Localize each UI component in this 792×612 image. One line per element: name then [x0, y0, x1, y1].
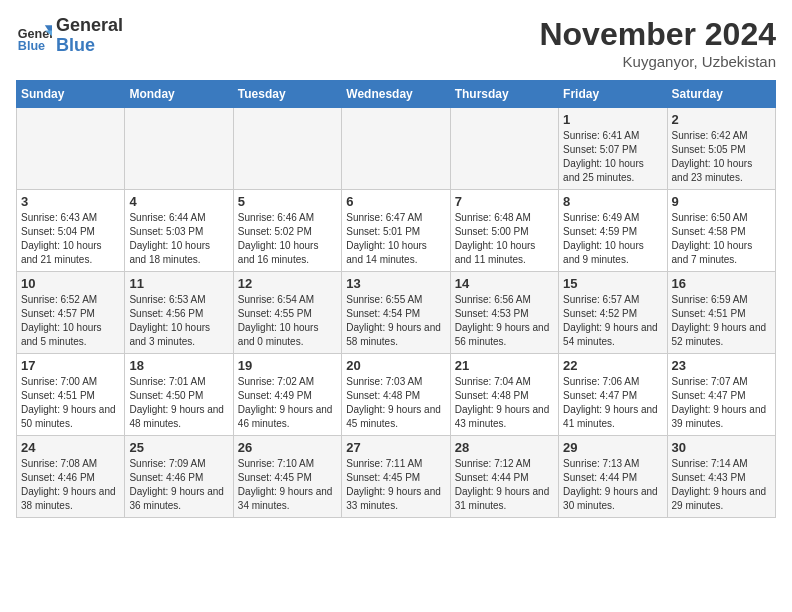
day-number: 5	[238, 194, 337, 209]
calendar-day-cell: 21Sunrise: 7:04 AM Sunset: 4:48 PM Dayli…	[450, 354, 558, 436]
calendar-day-cell: 29Sunrise: 7:13 AM Sunset: 4:44 PM Dayli…	[559, 436, 667, 518]
day-info: Sunrise: 7:08 AM Sunset: 4:46 PM Dayligh…	[21, 457, 120, 513]
day-info: Sunrise: 6:49 AM Sunset: 4:59 PM Dayligh…	[563, 211, 662, 267]
day-number: 1	[563, 112, 662, 127]
day-number: 22	[563, 358, 662, 373]
day-number: 24	[21, 440, 120, 455]
day-info: Sunrise: 7:14 AM Sunset: 4:43 PM Dayligh…	[672, 457, 771, 513]
day-info: Sunrise: 6:55 AM Sunset: 4:54 PM Dayligh…	[346, 293, 445, 349]
day-info: Sunrise: 7:11 AM Sunset: 4:45 PM Dayligh…	[346, 457, 445, 513]
day-number: 7	[455, 194, 554, 209]
day-number: 26	[238, 440, 337, 455]
day-number: 9	[672, 194, 771, 209]
day-info: Sunrise: 6:44 AM Sunset: 5:03 PM Dayligh…	[129, 211, 228, 267]
calendar-day-cell: 6Sunrise: 6:47 AM Sunset: 5:01 PM Daylig…	[342, 190, 450, 272]
calendar-day-cell: 11Sunrise: 6:53 AM Sunset: 4:56 PM Dayli…	[125, 272, 233, 354]
location: Kuyganyor, Uzbekistan	[539, 53, 776, 70]
day-info: Sunrise: 7:09 AM Sunset: 4:46 PM Dayligh…	[129, 457, 228, 513]
logo-blue: Blue	[56, 36, 123, 56]
day-info: Sunrise: 7:00 AM Sunset: 4:51 PM Dayligh…	[21, 375, 120, 431]
calendar-day-cell	[233, 108, 341, 190]
svg-text:Blue: Blue	[18, 39, 45, 53]
calendar-table: SundayMondayTuesdayWednesdayThursdayFrid…	[16, 80, 776, 518]
day-info: Sunrise: 7:06 AM Sunset: 4:47 PM Dayligh…	[563, 375, 662, 431]
day-info: Sunrise: 6:52 AM Sunset: 4:57 PM Dayligh…	[21, 293, 120, 349]
day-info: Sunrise: 6:47 AM Sunset: 5:01 PM Dayligh…	[346, 211, 445, 267]
calendar-header: General Blue General Blue November 2024 …	[16, 16, 776, 70]
calendar-day-cell	[342, 108, 450, 190]
logo-general: General	[56, 16, 123, 36]
weekday-header: Thursday	[450, 81, 558, 108]
calendar-day-cell: 23Sunrise: 7:07 AM Sunset: 4:47 PM Dayli…	[667, 354, 775, 436]
calendar-body: 1Sunrise: 6:41 AM Sunset: 5:07 PM Daylig…	[17, 108, 776, 518]
calendar-container: General Blue General Blue November 2024 …	[0, 0, 792, 528]
day-number: 20	[346, 358, 445, 373]
day-number: 2	[672, 112, 771, 127]
calendar-day-cell: 2Sunrise: 6:42 AM Sunset: 5:05 PM Daylig…	[667, 108, 775, 190]
day-number: 19	[238, 358, 337, 373]
calendar-day-cell: 1Sunrise: 6:41 AM Sunset: 5:07 PM Daylig…	[559, 108, 667, 190]
day-info: Sunrise: 6:42 AM Sunset: 5:05 PM Dayligh…	[672, 129, 771, 185]
day-info: Sunrise: 6:54 AM Sunset: 4:55 PM Dayligh…	[238, 293, 337, 349]
day-number: 28	[455, 440, 554, 455]
day-info: Sunrise: 7:12 AM Sunset: 4:44 PM Dayligh…	[455, 457, 554, 513]
day-info: Sunrise: 6:59 AM Sunset: 4:51 PM Dayligh…	[672, 293, 771, 349]
logo-icon: General Blue	[16, 18, 52, 54]
day-info: Sunrise: 7:01 AM Sunset: 4:50 PM Dayligh…	[129, 375, 228, 431]
day-number: 17	[21, 358, 120, 373]
day-info: Sunrise: 6:41 AM Sunset: 5:07 PM Dayligh…	[563, 129, 662, 185]
calendar-day-cell: 19Sunrise: 7:02 AM Sunset: 4:49 PM Dayli…	[233, 354, 341, 436]
day-info: Sunrise: 6:48 AM Sunset: 5:00 PM Dayligh…	[455, 211, 554, 267]
day-number: 10	[21, 276, 120, 291]
day-info: Sunrise: 6:43 AM Sunset: 5:04 PM Dayligh…	[21, 211, 120, 267]
calendar-week-row: 3Sunrise: 6:43 AM Sunset: 5:04 PM Daylig…	[17, 190, 776, 272]
day-number: 30	[672, 440, 771, 455]
calendar-day-cell: 10Sunrise: 6:52 AM Sunset: 4:57 PM Dayli…	[17, 272, 125, 354]
calendar-day-cell: 5Sunrise: 6:46 AM Sunset: 5:02 PM Daylig…	[233, 190, 341, 272]
weekday-header: Tuesday	[233, 81, 341, 108]
calendar-day-cell: 15Sunrise: 6:57 AM Sunset: 4:52 PM Dayli…	[559, 272, 667, 354]
calendar-day-cell: 8Sunrise: 6:49 AM Sunset: 4:59 PM Daylig…	[559, 190, 667, 272]
calendar-week-row: 1Sunrise: 6:41 AM Sunset: 5:07 PM Daylig…	[17, 108, 776, 190]
calendar-day-cell: 12Sunrise: 6:54 AM Sunset: 4:55 PM Dayli…	[233, 272, 341, 354]
day-number: 14	[455, 276, 554, 291]
calendar-day-cell: 17Sunrise: 7:00 AM Sunset: 4:51 PM Dayli…	[17, 354, 125, 436]
logo: General Blue General Blue	[16, 16, 123, 56]
calendar-day-cell: 27Sunrise: 7:11 AM Sunset: 4:45 PM Dayli…	[342, 436, 450, 518]
calendar-thead: SundayMondayTuesdayWednesdayThursdayFrid…	[17, 81, 776, 108]
title-area: November 2024 Kuyganyor, Uzbekistan	[539, 16, 776, 70]
weekday-header: Wednesday	[342, 81, 450, 108]
calendar-day-cell: 25Sunrise: 7:09 AM Sunset: 4:46 PM Dayli…	[125, 436, 233, 518]
day-info: Sunrise: 6:50 AM Sunset: 4:58 PM Dayligh…	[672, 211, 771, 267]
calendar-day-cell: 26Sunrise: 7:10 AM Sunset: 4:45 PM Dayli…	[233, 436, 341, 518]
calendar-day-cell: 20Sunrise: 7:03 AM Sunset: 4:48 PM Dayli…	[342, 354, 450, 436]
day-info: Sunrise: 7:07 AM Sunset: 4:47 PM Dayligh…	[672, 375, 771, 431]
weekday-header: Sunday	[17, 81, 125, 108]
weekday-header: Friday	[559, 81, 667, 108]
day-number: 29	[563, 440, 662, 455]
day-number: 25	[129, 440, 228, 455]
calendar-day-cell: 4Sunrise: 6:44 AM Sunset: 5:03 PM Daylig…	[125, 190, 233, 272]
calendar-day-cell: 28Sunrise: 7:12 AM Sunset: 4:44 PM Dayli…	[450, 436, 558, 518]
calendar-week-row: 17Sunrise: 7:00 AM Sunset: 4:51 PM Dayli…	[17, 354, 776, 436]
calendar-day-cell: 3Sunrise: 6:43 AM Sunset: 5:04 PM Daylig…	[17, 190, 125, 272]
calendar-day-cell: 14Sunrise: 6:56 AM Sunset: 4:53 PM Dayli…	[450, 272, 558, 354]
calendar-day-cell: 16Sunrise: 6:59 AM Sunset: 4:51 PM Dayli…	[667, 272, 775, 354]
day-number: 3	[21, 194, 120, 209]
day-number: 13	[346, 276, 445, 291]
calendar-day-cell: 22Sunrise: 7:06 AM Sunset: 4:47 PM Dayli…	[559, 354, 667, 436]
calendar-day-cell: 9Sunrise: 6:50 AM Sunset: 4:58 PM Daylig…	[667, 190, 775, 272]
calendar-day-cell: 18Sunrise: 7:01 AM Sunset: 4:50 PM Dayli…	[125, 354, 233, 436]
calendar-day-cell	[450, 108, 558, 190]
day-info: Sunrise: 6:46 AM Sunset: 5:02 PM Dayligh…	[238, 211, 337, 267]
day-info: Sunrise: 7:04 AM Sunset: 4:48 PM Dayligh…	[455, 375, 554, 431]
calendar-day-cell	[17, 108, 125, 190]
month-title: November 2024	[539, 16, 776, 53]
day-number: 18	[129, 358, 228, 373]
weekday-header: Saturday	[667, 81, 775, 108]
day-number: 27	[346, 440, 445, 455]
day-number: 21	[455, 358, 554, 373]
calendar-day-cell: 24Sunrise: 7:08 AM Sunset: 4:46 PM Dayli…	[17, 436, 125, 518]
day-number: 23	[672, 358, 771, 373]
calendar-day-cell: 7Sunrise: 6:48 AM Sunset: 5:00 PM Daylig…	[450, 190, 558, 272]
